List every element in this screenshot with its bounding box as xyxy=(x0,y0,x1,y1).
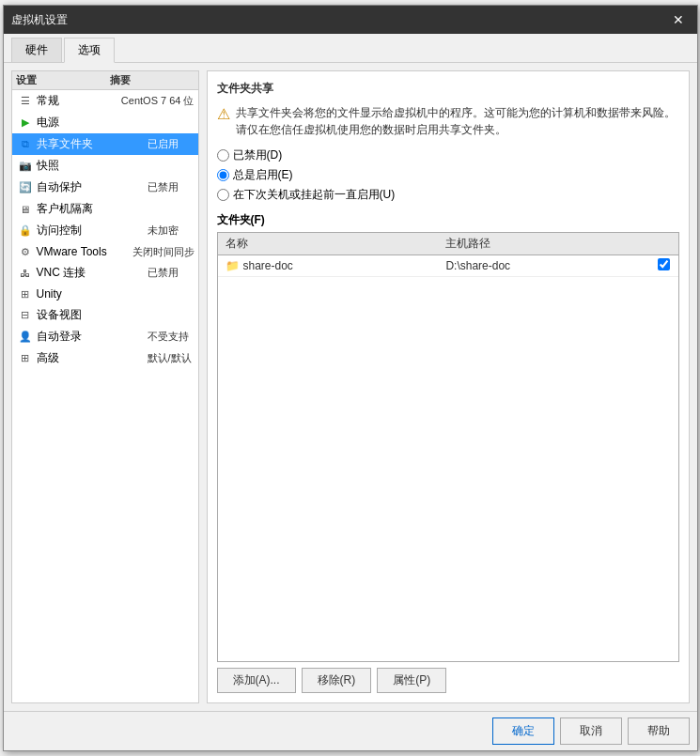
remove-button[interactable]: 移除(R) xyxy=(302,668,372,693)
nav-icon-autosave: 🔄 xyxy=(18,180,33,195)
radio-group: 已禁用(D)总是启用(E)在下次关机或挂起前一直启用(U) xyxy=(217,147,679,203)
nav-icon-access: 🔒 xyxy=(18,224,33,239)
nav-label-general: 常规 xyxy=(37,93,117,109)
nav-label-autosave: 自动保护 xyxy=(37,179,144,195)
nav-label-devview: 设备视图 xyxy=(37,307,144,323)
nav-value-general: CentOS 7 64 位 xyxy=(121,94,194,108)
nav-label-shared: 共享文件夹 xyxy=(37,136,144,152)
property-button[interactable]: 属性(P) xyxy=(377,668,446,693)
nav-item-autologin[interactable]: 👤自动登录不受支持 xyxy=(12,326,198,347)
nav-label-power: 电源 xyxy=(37,115,144,131)
right-panel: 文件夹共享 ⚠ 共享文件夹会将您的文件显示给虚拟机中的程序。这可能为您的计算机和… xyxy=(207,70,690,703)
radio-label-disabled: 已禁用(D) xyxy=(233,147,283,163)
nav-icon-devview: ⊟ xyxy=(18,308,33,323)
nav-icon-general: ☰ xyxy=(18,94,33,109)
nav-item-advanced[interactable]: ⊞高级默认/默认 xyxy=(12,347,198,369)
nav-value-autologin: 不受支持 xyxy=(148,330,194,344)
nav-value-autosave: 已禁用 xyxy=(148,180,194,194)
nav-value-access: 未加密 xyxy=(148,224,194,238)
nav-icon-snapshot: 📷 xyxy=(18,159,33,174)
col-path: 主机路径 xyxy=(438,233,649,255)
folder-share-title: 文件夹共享 xyxy=(217,81,679,97)
nav-item-access[interactable]: 🔒访问控制未加密 xyxy=(12,220,198,241)
folder-path-cell: D:\share-doc xyxy=(438,255,649,277)
nav-item-snapshot[interactable]: 📷快照 xyxy=(12,155,198,177)
nav-icon-autologin: 👤 xyxy=(18,330,33,345)
table-row[interactable]: 📁share-docD:\share-doc xyxy=(218,255,678,277)
radio-input-disabled[interactable] xyxy=(217,149,229,162)
folder-check-cell[interactable] xyxy=(650,255,678,277)
nav-icon-vnc: 🖧 xyxy=(18,266,33,281)
folder-icon: 📁 xyxy=(226,259,240,272)
ok-button[interactable]: 确定 xyxy=(492,717,554,745)
footer: 确定 取消 帮助 xyxy=(4,711,697,750)
nav-item-power[interactable]: ▶电源 xyxy=(12,112,198,133)
nav-icon-shared: ⧉ xyxy=(18,137,33,152)
tabs-bar: 硬件 选项 xyxy=(4,34,697,63)
nav-item-isolate[interactable]: 🖥客户机隔离 xyxy=(12,198,198,220)
radio-input-until_off[interactable] xyxy=(217,189,229,201)
warning-box: ⚠ 共享文件夹会将您的文件显示给虚拟机中的程序。这可能为您的计算机和数据带来风险… xyxy=(217,104,679,138)
tab-options[interactable]: 选项 xyxy=(64,38,115,63)
nav-label-isolate: 客户机隔离 xyxy=(37,201,144,217)
nav-label-autologin: 自动登录 xyxy=(37,329,144,345)
folder-checkbox[interactable] xyxy=(658,258,670,270)
nav-item-vmtools[interactable]: ⚙VMware Tools关闭时间同步 xyxy=(12,241,198,262)
folder-name-cell: 📁share-doc xyxy=(218,255,439,277)
col-check xyxy=(650,233,678,255)
nav-item-unity[interactable]: ⊞Unity xyxy=(12,284,198,304)
warning-icon: ⚠ xyxy=(217,105,230,123)
folders-label: 文件夹(F) xyxy=(217,212,679,228)
col-summary: 摘要 xyxy=(110,73,194,87)
folder-table-wrap: 名称 主机路径 📁share-docD:\share-doc xyxy=(217,232,679,662)
radio-label-until_off: 在下次关机或挂起前一直启用(U) xyxy=(233,187,396,203)
nav-item-autosave[interactable]: 🔄自动保护已禁用 xyxy=(12,177,198,198)
folder-section: 文件夹(F) 名称 主机路径 📁share-docD:\share-doc xyxy=(217,212,679,693)
radio-input-always[interactable] xyxy=(217,169,229,181)
nav-icon-unity: ⊞ xyxy=(18,286,33,301)
radio-item-disabled[interactable]: 已禁用(D) xyxy=(217,147,679,163)
nav-label-unity: Unity xyxy=(37,287,144,301)
radio-item-always[interactable]: 总是启用(E) xyxy=(217,167,679,183)
left-panel: 设置 摘要 ☰常规CentOS 7 64 位▶电源⧉共享文件夹已启用📷快照🔄自动… xyxy=(11,70,199,703)
nav-label-vnc: VNC 连接 xyxy=(37,265,144,281)
nav-value-advanced: 默认/默认 xyxy=(148,351,194,365)
nav-item-vnc[interactable]: 🖧VNC 连接已禁用 xyxy=(12,262,198,284)
radio-label-always: 总是启用(E) xyxy=(233,167,293,183)
nav-icon-power: ▶ xyxy=(18,116,33,131)
folder-table: 名称 主机路径 📁share-docD:\share-doc xyxy=(218,233,678,277)
col-settings: 设置 xyxy=(16,73,110,87)
radio-item-until_off[interactable]: 在下次关机或挂起前一直启用(U) xyxy=(217,187,679,203)
nav-icon-advanced: ⊞ xyxy=(18,351,33,366)
nav-value-vmtools: 关闭时间同步 xyxy=(132,245,194,259)
nav-value-vnc: 已禁用 xyxy=(148,266,194,280)
cancel-button[interactable]: 取消 xyxy=(560,717,622,745)
nav-item-shared[interactable]: ⧉共享文件夹已启用 xyxy=(12,133,198,155)
nav-item-general[interactable]: ☰常规CentOS 7 64 位 xyxy=(12,90,198,112)
nav-item-devview[interactable]: ⊟设备视图 xyxy=(12,304,198,326)
window-title: 虚拟机设置 xyxy=(11,12,68,28)
nav-label-vmtools: VMware Tools xyxy=(37,245,129,258)
warning-text: 共享文件夹会将您的文件显示给虚拟机中的程序。这可能为您的计算机和数据带来风险。请… xyxy=(236,104,679,138)
title-bar: 虚拟机设置 ✕ xyxy=(4,6,697,34)
nav-icon-isolate: 🖥 xyxy=(18,202,33,217)
folder-share-section: 文件夹共享 ⚠ 共享文件夹会将您的文件显示给虚拟机中的程序。这可能为您的计算机和… xyxy=(207,70,690,703)
nav-label-advanced: 高级 xyxy=(37,350,144,366)
left-header: 设置 摘要 xyxy=(12,71,198,90)
close-button[interactable]: ✕ xyxy=(667,10,690,29)
nav-items-list: ☰常规CentOS 7 64 位▶电源⧉共享文件夹已启用📷快照🔄自动保护已禁用🖥… xyxy=(12,90,198,369)
folder-buttons: 添加(A)...移除(R)属性(P) xyxy=(217,668,679,693)
dialog-window: 虚拟机设置 ✕ 硬件 选项 设置 摘要 ☰常规CentOS 7 64 位▶电源⧉… xyxy=(3,5,698,751)
nav-icon-vmtools: ⚙ xyxy=(18,244,33,259)
nav-label-snapshot: 快照 xyxy=(37,158,144,174)
tab-hardware[interactable]: 硬件 xyxy=(11,38,62,62)
content-area: 设置 摘要 ☰常规CentOS 7 64 位▶电源⧉共享文件夹已启用📷快照🔄自动… xyxy=(4,63,697,711)
nav-label-access: 访问控制 xyxy=(37,223,144,239)
col-name: 名称 xyxy=(218,233,439,255)
help-button[interactable]: 帮助 xyxy=(628,717,690,745)
nav-value-shared: 已启用 xyxy=(148,137,194,151)
add-button[interactable]: 添加(A)... xyxy=(217,668,296,693)
